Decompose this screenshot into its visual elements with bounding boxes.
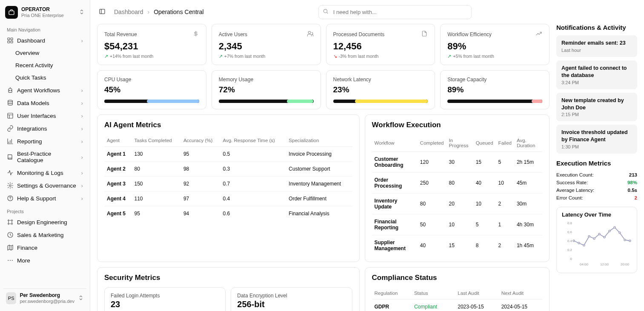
project-item-sales-marketing[interactable]: Sales & Marketing <box>3 228 86 241</box>
user-email: per.swedenborg@pria.dev <box>20 299 74 304</box>
kpi-card-processed-documents: Processed Documents 12,456 ↘-3% from las… <box>326 24 435 65</box>
notification-item[interactable]: Reminder emails sent: 23 Last hour <box>556 35 637 57</box>
table-header: Regulation <box>372 287 412 300</box>
kpi-label: Active Users <box>219 31 247 37</box>
svg-point-9 <box>9 185 11 186</box>
table-row: Agent 4110970.4Order Fulfillment <box>104 191 352 206</box>
sidebar-item-best-practice-catalogue[interactable]: Best-Practice Catalogue› <box>3 148 86 166</box>
table-cell: 0.5 <box>220 147 286 162</box>
kpi-delta: +14% from last month <box>110 54 153 59</box>
table-header: Tasks Completed <box>132 134 181 147</box>
table-cell: Agent 3 <box>104 177 132 191</box>
sidebar-item-monitoring-logs[interactable]: Monitoring & Logs› <box>3 166 86 179</box>
svg-rect-4 <box>11 41 13 43</box>
app-name: OPERATOR <box>21 6 64 12</box>
chart-point <box>614 227 615 228</box>
notification-title: Invoice threshold updated by Finance Age… <box>561 129 632 143</box>
table-header: Queued <box>473 134 496 152</box>
sidebar-item-user-interfaces[interactable]: User Interfaces› <box>3 109 86 122</box>
project-item-finance[interactable]: Finance <box>3 241 86 254</box>
table-cell: 2 <box>496 194 514 214</box>
security-title: Security Metrics <box>104 274 352 282</box>
mini-label: Data Encryption Level <box>237 293 346 299</box>
layout-icon <box>7 112 14 119</box>
table-row: Agent 595940.6Financial Analysis <box>104 206 352 221</box>
kpi-label: Processed Documents <box>333 31 385 37</box>
notification-item[interactable]: New template created by John Doe 2:15 PM <box>556 93 637 122</box>
notification-time: 2:15 PM <box>561 112 632 117</box>
bot-icon <box>7 87 14 94</box>
metric-value: 0.5s <box>628 188 637 193</box>
table-cell: 98 <box>181 162 220 177</box>
svg-rect-8 <box>8 113 13 118</box>
sidebar-item-integrations[interactable]: Integrations› <box>3 122 86 135</box>
table-row: Financial Reporting5010514h 30m <box>372 214 542 235</box>
svg-point-7 <box>8 100 13 102</box>
toggle-sidebar-button[interactable] <box>97 6 107 18</box>
latency-chart: 00.20.40.60.804:0012:0020:00 <box>562 220 633 267</box>
table-cell: 95 <box>132 206 181 221</box>
sidebar-item-more[interactable]: More <box>3 254 86 267</box>
agent-metrics-card: AI Agent Metrics AgentTasks CompletedAcc… <box>97 114 360 262</box>
x-tick: 04:00 <box>580 262 589 266</box>
table-cell: 2h 15m <box>514 152 542 173</box>
exec-metrics-title: Execution Metrics <box>556 160 637 167</box>
table-cell: Agent 4 <box>104 191 132 206</box>
sidebar-item-dashboard[interactable]: Dashboard› <box>3 34 86 47</box>
sidebar-item-label: Help & Support <box>17 195 56 202</box>
table-cell: Agent 1 <box>104 147 132 162</box>
table-header: Accuracy (%) <box>181 134 220 147</box>
sidebar-subitem-quick-tasks[interactable]: Quick Tasks <box>3 71 86 84</box>
y-tick: 0.2 <box>567 248 572 252</box>
sidebar-item-reporting[interactable]: Reporting› <box>3 135 86 148</box>
progress-fill <box>287 100 313 103</box>
sidebar: OPERATOR Pria ONE Enterprise Main Naviga… <box>0 0 90 311</box>
svg-point-14 <box>12 260 13 261</box>
sidebar-subitem-overview[interactable]: Overview <box>3 47 86 59</box>
sidebar-item-data-models[interactable]: Data Models› <box>3 97 86 109</box>
x-tick: 20:00 <box>621 262 630 266</box>
table-cell: 80 <box>132 162 181 177</box>
sidebar-item-settings-governance[interactable]: Settings & Governance› <box>3 179 86 192</box>
kpi-value: $54,231 <box>104 41 199 52</box>
sidebar-item-help-support[interactable]: Help & Support› <box>3 192 86 205</box>
exec-metric-row: Error Count: 2 <box>556 194 637 202</box>
table-cell: 10 <box>473 194 496 214</box>
chevron-right-icon: › <box>81 195 83 202</box>
breadcrumb-root[interactable]: Dashboard <box>114 9 143 15</box>
project-item-design-engineering[interactable]: Design Engineering <box>3 216 86 228</box>
table-cell: 0.4 <box>220 191 286 206</box>
search-input[interactable] <box>318 5 472 19</box>
table-cell: 8 <box>473 235 496 256</box>
chevron-updown-icon <box>79 9 85 16</box>
chart-point <box>588 236 590 237</box>
nav-section-label: Main Navigation <box>3 23 86 34</box>
svg-rect-3 <box>8 41 10 43</box>
kpi-label: Workflow Efficiency <box>447 31 492 37</box>
tenant-switcher[interactable]: OPERATOR Pria ONE Enterprise <box>3 3 86 23</box>
notification-item[interactable]: Agent failed to connect to the database … <box>556 60 637 89</box>
table-cell: 120 <box>418 152 447 173</box>
sidebar-subitem-recent-activity[interactable]: Recent Activity <box>3 59 86 71</box>
table-cell: 30 <box>446 152 473 173</box>
table-cell: Invoice Processing <box>286 147 352 162</box>
sys-value: 72% <box>219 85 314 94</box>
chevron-right-icon: › <box>81 87 83 94</box>
agent-metrics-table: AgentTasks CompletedAccuracy (%)Avg. Res… <box>104 134 352 221</box>
chart-point <box>593 238 595 240</box>
dollar-icon <box>192 30 199 38</box>
chevron-right-icon: › <box>81 154 83 160</box>
sys-card-network-latency: Network Latency 23% <box>326 70 435 109</box>
chevron-right-icon: › <box>81 37 83 44</box>
kpi-delta: -3% from last month <box>339 54 379 59</box>
y-tick: 0.4 <box>567 239 572 243</box>
table-header: Next Audit <box>499 287 542 300</box>
metric-label: Success Rate: <box>556 180 588 185</box>
frame-icon <box>7 219 14 225</box>
sidebar-item-agent-workflows[interactable]: Agent Workflows› <box>3 84 86 97</box>
notification-title: Agent failed to connect to the database <box>561 65 632 79</box>
table-cell: 2 <box>496 235 514 256</box>
notification-item[interactable]: Invoice threshold updated by Finance Age… <box>556 125 637 154</box>
user-menu[interactable]: PS Per Swedenborg per.swedenborg@pria.de… <box>3 288 86 308</box>
sys-label: Storage Capacity <box>447 77 487 83</box>
